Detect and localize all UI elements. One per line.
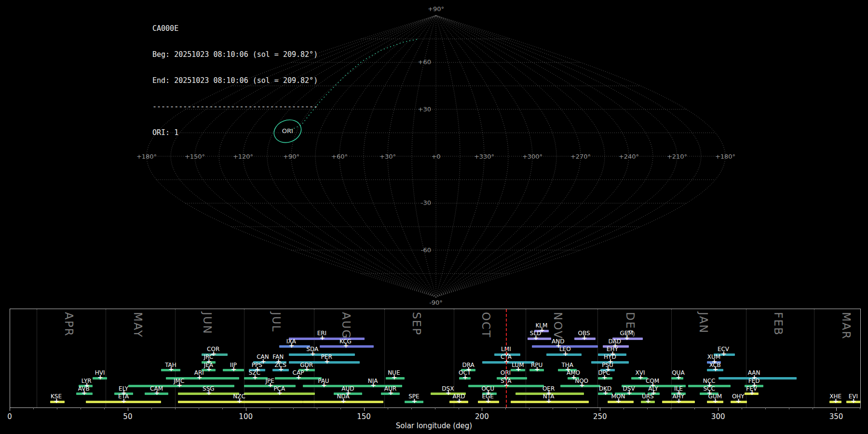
axis-minor-tick <box>270 407 270 409</box>
map-lat-label: +60 <box>418 58 431 66</box>
peak-marker-QUA: + <box>676 374 681 380</box>
peak-marker-TAH: + <box>168 366 174 372</box>
month-gridline <box>37 309 37 407</box>
axis-tick-label: 50 <box>117 412 138 421</box>
peak-marker-EVI: + <box>851 397 856 404</box>
map-pole-label-top: +90° <box>428 5 444 13</box>
month-label: JUL <box>270 312 283 332</box>
peak-marker-ARD: + <box>457 397 462 404</box>
peak-marker-AVB: + <box>81 389 87 396</box>
peak-marker-IIP: + <box>231 366 237 372</box>
peak-marker-PER: + <box>324 358 330 365</box>
peak-marker-MON: + <box>616 397 622 404</box>
map-lat-label: -60 <box>421 246 431 254</box>
station-code: CA000E <box>152 24 318 33</box>
month-gridline <box>175 309 176 407</box>
peak-marker-XCB: + <box>713 366 719 372</box>
axis-minor-tick <box>765 407 766 409</box>
peak-marker-CAM: + <box>154 389 160 396</box>
peak-marker-ERI: + <box>319 334 325 341</box>
axis-major-tick <box>482 407 482 411</box>
axis-minor-tick <box>199 407 199 409</box>
activity-chart: APRMAYJUNJULAUGSEPOCTNOVDECJANFEBMARKLM+… <box>10 309 861 408</box>
month-label: FEB <box>772 312 785 336</box>
axis-major-tick <box>718 407 719 411</box>
peak-marker-ARI: + <box>197 374 203 380</box>
axis-tick-label: 0 <box>0 412 20 421</box>
peak-marker-SLD: + <box>533 334 539 341</box>
peak-marker-KCG: + <box>343 342 349 349</box>
axis-minor-tick <box>553 407 553 409</box>
peak-marker-OHY: + <box>736 397 742 404</box>
end-time: End: 20251023 08:10:06 (sol = 209.82°) <box>152 76 318 85</box>
axis-major-tick <box>600 407 600 411</box>
month-label: APR <box>63 312 75 337</box>
axis-major-tick <box>364 407 365 411</box>
map-lon-label: +30° <box>380 153 396 160</box>
month-label: SEP <box>410 312 423 336</box>
axis-tick-label: 100 <box>235 412 257 421</box>
map-pole-label-bottom: -90° <box>429 299 443 306</box>
map-lon-label: +210° <box>667 153 687 160</box>
axis-minor-tick <box>576 407 577 409</box>
map-lon-label: +300° <box>522 153 542 160</box>
map-lon-label: +180° <box>136 153 157 160</box>
axis-minor-tick <box>104 407 105 409</box>
peak-marker-OBS: + <box>582 334 587 341</box>
axis-major-tick <box>246 407 246 411</box>
axis-major-tick <box>836 407 837 411</box>
axis-minor-tick <box>57 407 57 409</box>
map-lon-label: +270° <box>570 153 591 160</box>
peak-marker-NTA: + <box>546 397 552 404</box>
axis-minor-tick <box>317 407 317 409</box>
peak-marker-NOO: + <box>579 381 585 388</box>
axis-minor-tick <box>647 407 648 409</box>
axis-major-tick <box>128 407 128 411</box>
peak-marker-SPE: + <box>411 397 417 404</box>
month-label: MAY <box>132 312 144 338</box>
map-lon-label: +150° <box>185 153 205 160</box>
axis-minor-tick <box>505 407 506 409</box>
peak-marker-GUM: + <box>713 397 719 404</box>
axis-minor-tick <box>340 407 341 409</box>
axis-minor-tick <box>151 407 152 409</box>
peak-marker-AUR: + <box>388 389 394 396</box>
axis-minor-tick <box>624 407 624 409</box>
peak-marker-OCT: + <box>462 374 468 380</box>
peak-marker-NZC: + <box>237 397 243 404</box>
peak-marker-DPC: + <box>602 374 608 380</box>
axis-minor-tick <box>388 407 388 409</box>
peak-marker-PAU: + <box>321 381 327 388</box>
peak-marker-NDA: + <box>341 397 347 404</box>
axis-tick-label: 300 <box>707 412 729 421</box>
shower-count: ORI: 1 <box>152 128 318 137</box>
peak-marker-SSG: + <box>206 389 212 396</box>
map-lon-label: +330° <box>474 153 494 160</box>
begin-time: Beg: 20251023 08:10:06 (sol = 209.82°) <box>152 50 318 59</box>
peak-marker-ETA: + <box>121 397 127 404</box>
separator-rule: -------------------------------------- <box>152 102 318 111</box>
peak-marker-LEO: + <box>563 350 569 357</box>
peak-marker-PCA: + <box>277 389 283 396</box>
axis-minor-tick <box>860 407 860 409</box>
map-lat-label: -30 <box>421 199 431 206</box>
peak-marker-AHY: + <box>676 397 682 404</box>
peak-marker-JMC: + <box>176 381 182 388</box>
peak-marker-CAP: + <box>296 374 302 380</box>
month-label: JUN <box>201 312 214 335</box>
map-lon-label: +180° <box>715 153 735 160</box>
axis-minor-tick <box>411 407 412 409</box>
map-lat-label: +30 <box>418 106 431 113</box>
month-label: AUG <box>340 312 353 339</box>
axis-tick-label: 350 <box>826 412 847 421</box>
peak-marker-NUE: + <box>392 374 397 380</box>
axis-minor-tick <box>694 407 695 409</box>
axis-minor-tick <box>293 407 294 409</box>
month-label: JAN <box>697 312 710 334</box>
axis-minor-tick <box>671 407 671 409</box>
axis-tick-label: 250 <box>589 412 610 421</box>
month-label: OCT <box>480 312 492 338</box>
axis-tick-label: 150 <box>353 412 375 421</box>
axis-minor-tick <box>789 407 789 409</box>
map-lon-label: +240° <box>619 153 639 160</box>
